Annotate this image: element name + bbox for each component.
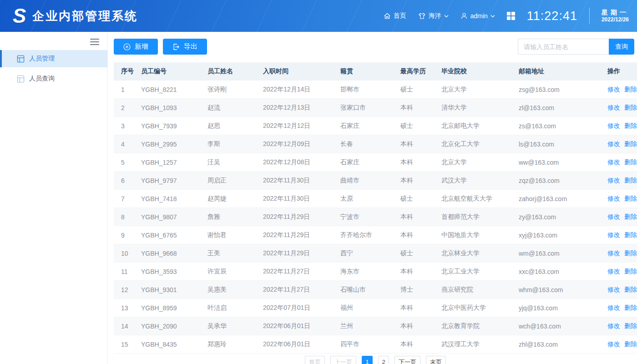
- pagination-page-2[interactable]: 2: [378, 356, 389, 364]
- cell-education: 本科: [400, 268, 441, 276]
- cell-name: 许宜辰: [207, 268, 263, 276]
- cell-index: 6: [121, 177, 141, 184]
- delete-link[interactable]: 删除: [624, 268, 637, 276]
- sidebar-item-personnel-query[interactable]: 人员查询: [0, 70, 107, 87]
- cell-employee-id: YGBH_6765: [141, 232, 207, 239]
- edit-link[interactable]: 修改: [607, 86, 620, 94]
- cell-name: 周启正: [207, 177, 263, 185]
- cell-actions: 修改 删除: [607, 122, 637, 130]
- cell-email: whm@163.com: [519, 286, 607, 293]
- edit-link[interactable]: 修改: [607, 268, 620, 276]
- pagination-page-1[interactable]: 1: [362, 356, 373, 364]
- apps-grid-icon[interactable]: [507, 12, 515, 20]
- chevron-down-icon: [490, 15, 495, 18]
- cell-hire-date: 2022年12月09日: [263, 140, 340, 148]
- cell-hire-date: 2022年12月14日: [263, 86, 340, 94]
- cell-email: zs@163.com: [519, 122, 607, 130]
- edit-link[interactable]: 修改: [607, 158, 620, 167]
- cell-name: 郑惠玲: [207, 340, 263, 349]
- sidebar-item-personnel-manage[interactable]: 人员管理: [0, 50, 107, 67]
- pagination-last[interactable]: 末页: [426, 356, 446, 364]
- pagination-prev[interactable]: 上一页: [330, 356, 356, 364]
- edit-link[interactable]: 修改: [607, 249, 620, 258]
- edit-link[interactable]: 修改: [607, 122, 620, 130]
- delete-link[interactable]: 删除: [624, 231, 637, 239]
- cell-education: 本科: [400, 158, 441, 167]
- delete-link[interactable]: 删除: [624, 249, 637, 258]
- cell-employee-id: YGBH_3593: [141, 268, 207, 275]
- table-row: 12 YGBH_9301 吴惠美 2022年11月27日 石嘴山市 博士 燕京研…: [114, 281, 637, 299]
- delete-link[interactable]: 删除: [624, 195, 637, 203]
- export-button[interactable]: 导出: [163, 39, 207, 55]
- pagination: 首页 上一页 1 2 下一页 末页: [114, 356, 637, 364]
- cell-index: 9: [121, 232, 141, 239]
- col-header: 序号: [121, 67, 141, 76]
- edit-link[interactable]: 修改: [607, 304, 620, 312]
- search-button[interactable]: 查询: [609, 39, 634, 55]
- search-input[interactable]: [518, 39, 609, 55]
- edit-link[interactable]: 修改: [607, 140, 620, 148]
- edit-link[interactable]: 修改: [607, 322, 620, 330]
- delete-link[interactable]: 删除: [624, 140, 637, 148]
- cell-hometown: 石家庄: [340, 158, 400, 167]
- edit-link[interactable]: 修改: [607, 286, 620, 294]
- edit-link[interactable]: 修改: [607, 104, 620, 112]
- table-row: 6 YGBH_9797 周启正 2022年11月30日 曲靖市 本科 武汉大学 …: [114, 172, 637, 190]
- cell-education: 本科: [400, 231, 441, 239]
- edit-link[interactable]: 修改: [607, 177, 620, 185]
- pagination-first[interactable]: 首页: [305, 356, 325, 364]
- cell-email: zsg@163.com: [519, 86, 607, 93]
- cell-employee-id: YGBH_9807: [141, 213, 207, 221]
- cell-name: 赵芮婕: [207, 195, 263, 203]
- add-button[interactable]: 新增: [114, 39, 158, 55]
- delete-link[interactable]: 删除: [624, 340, 637, 349]
- nav-org-label: 海洋: [429, 12, 441, 20]
- cell-hire-date: 2022年11月30日: [263, 177, 340, 185]
- cell-actions: 修改 删除: [607, 177, 637, 185]
- cell-hometown: 张家口市: [340, 104, 400, 112]
- nav-user-dropdown[interactable]: admin: [460, 12, 495, 20]
- nav-user-label: admin: [470, 12, 488, 20]
- cell-hometown: 石嘴山市: [340, 286, 400, 294]
- edit-link[interactable]: 修改: [607, 195, 620, 203]
- app-title: 企业内部管理系统: [32, 8, 138, 24]
- cell-university: 北京林业大学: [441, 249, 519, 258]
- cell-education: 硕士: [400, 122, 441, 130]
- table-row: 15 YGBH_8435 郑惠玲 2022年06月01日 四平市 本科 武汉理工…: [114, 335, 637, 354]
- delete-link[interactable]: 删除: [624, 104, 637, 112]
- cell-employee-id: YGBH_1093: [141, 104, 207, 111]
- cell-actions: 修改 删除: [607, 304, 637, 312]
- edit-link[interactable]: 修改: [607, 213, 620, 221]
- col-header: 最高学历: [400, 67, 441, 76]
- cell-index: 3: [121, 122, 141, 130]
- delete-link[interactable]: 删除: [624, 122, 637, 130]
- cell-hire-date: 2022年12月13日: [263, 104, 340, 112]
- nav-home[interactable]: 首页: [384, 12, 406, 20]
- edit-link[interactable]: 修改: [607, 231, 620, 239]
- delete-link[interactable]: 删除: [624, 286, 637, 294]
- delete-link[interactable]: 删除: [624, 322, 637, 330]
- cell-university: 清华大学: [441, 104, 519, 112]
- delete-link[interactable]: 删除: [624, 158, 637, 167]
- pagination-next[interactable]: 下一页: [394, 356, 420, 364]
- toolbar: 新增 导出 查询: [114, 39, 637, 55]
- nav-org-dropdown[interactable]: 海洋: [418, 12, 449, 20]
- edit-link[interactable]: 修改: [607, 340, 620, 349]
- cell-index: 13: [121, 304, 141, 312]
- cell-university: 燕京研究院: [441, 286, 519, 294]
- delete-link[interactable]: 删除: [624, 304, 637, 312]
- cell-employee-id: YGBH_7418: [141, 195, 207, 202]
- cell-university: 北京工业大学: [441, 268, 519, 276]
- collapse-menu-icon[interactable]: [90, 37, 99, 47]
- cell-name: 詹雅: [207, 213, 263, 221]
- cell-university: 北京大学: [441, 158, 519, 167]
- cell-hometown: 四平市: [340, 340, 400, 349]
- cell-hometown: 福州: [340, 304, 400, 312]
- delete-link[interactable]: 删除: [624, 213, 637, 221]
- cell-index: 5: [121, 159, 141, 166]
- delete-link[interactable]: 删除: [624, 86, 637, 94]
- col-header: 邮箱地址: [519, 67, 607, 76]
- cell-email: zahorj@163.com: [519, 195, 607, 202]
- cell-hire-date: 2022年11月29日: [263, 249, 340, 258]
- delete-link[interactable]: 删除: [624, 177, 637, 185]
